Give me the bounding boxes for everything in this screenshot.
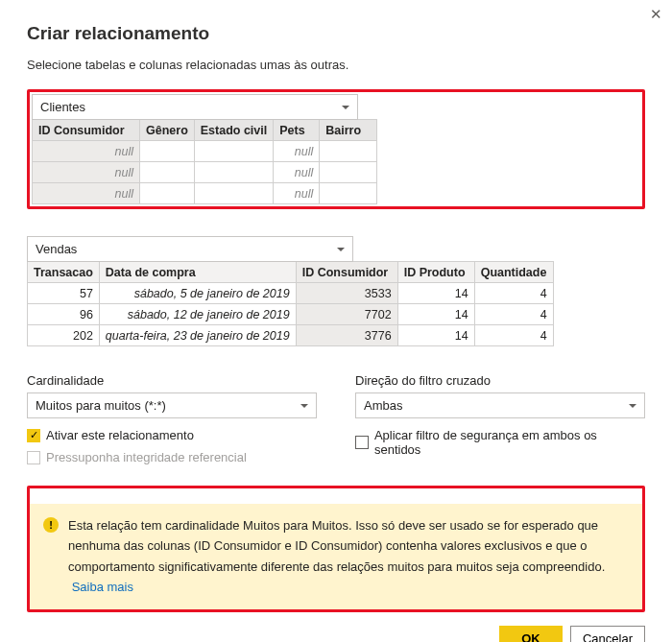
close-icon[interactable]: ✕ [650, 6, 662, 23]
table1-col-header[interactable]: ID Consumidor [33, 120, 140, 141]
table1-block: Clientes ID Consumidor Gênero Estado civ… [27, 89, 645, 209]
table1-col-header[interactable]: Estado civil [194, 120, 273, 141]
crossfilter-label: Direção do filtro cruzado [355, 373, 645, 388]
activate-relationship-check[interactable]: ✓ Ativar este relacionamento [27, 428, 317, 442]
table1-name: Clientes [40, 100, 85, 114]
options-row: Cardinalidade Muitos para muitos (*:*) D… [27, 373, 645, 418]
table-row: 96 sábado, 12 de janeiro de 2019 7702 14… [28, 304, 554, 325]
table-row: null null [33, 183, 377, 204]
table-row: 57 sábado, 5 de janeiro de 2019 3533 14 … [28, 283, 554, 304]
checkbox-row: ✓ Ativar este relacionamento Pressuponha… [27, 428, 645, 472]
checkbox-icon: ✓ [27, 429, 40, 442]
cancel-button[interactable]: Cancelar [570, 626, 645, 642]
warning-text: Esta relação tem cardinalidade Muitos pa… [68, 518, 605, 574]
checkbox-icon [27, 451, 40, 464]
table1-preview: ID Consumidor Gênero Estado civil Pets B… [32, 119, 377, 204]
dialog-footer: OK Cancelar [27, 626, 645, 642]
warning-highlight: ! Esta relação tem cardinalidade Muitos … [27, 486, 645, 612]
ok-button[interactable]: OK [499, 626, 563, 642]
learn-more-link[interactable]: Saiba mais [72, 580, 133, 594]
cardinality-select[interactable]: Muitos para muitos (*:*) [27, 392, 317, 418]
create-relationship-dialog: Criar relacionamento Selecione tabelas e… [0, 0, 672, 642]
cardinality-label: Cardinalidade [27, 373, 317, 388]
table1-select[interactable]: Clientes [32, 94, 358, 120]
table-row: 202 quarta-feira, 23 de janeiro de 2019 … [28, 325, 554, 346]
table1-col-header[interactable]: Gênero [140, 120, 195, 141]
table1-col-header[interactable]: Pets [274, 120, 320, 141]
table-row: null null [33, 141, 377, 162]
referential-integrity-check: Pressuponha integridade referencial [27, 450, 317, 464]
dialog-subtitle: Selecione tabelas e colunas relacionadas… [27, 58, 645, 72]
table2-select[interactable]: Vendas [27, 236, 353, 262]
table2-col-header[interactable]: Quantidade [474, 262, 553, 283]
table1-col-header[interactable]: Bairro [320, 120, 377, 141]
table2-col-header[interactable]: ID Consumidor [296, 262, 397, 283]
security-filter-check[interactable]: Aplicar filtro de segurança em ambos os … [355, 428, 645, 457]
table2-col-header[interactable]: Transacao [28, 262, 100, 283]
table2-col-header[interactable]: Data de compra [99, 262, 296, 283]
table2-block: Vendas Transacao Data de compra ID Consu… [27, 236, 645, 346]
warning-box: ! Esta relação tem cardinalidade Muitos … [30, 504, 642, 609]
crossfilter-select[interactable]: Ambas [355, 392, 645, 418]
table2-col-header[interactable]: ID Produto [397, 262, 474, 283]
dialog-title: Criar relacionamento [27, 23, 645, 44]
table2-name: Vendas [36, 242, 77, 256]
checkbox-icon [355, 436, 369, 449]
warning-icon: ! [43, 517, 59, 533]
warning-text-wrap: Esta relação tem cardinalidade Muitos pa… [68, 515, 629, 598]
table-row: null null [33, 162, 377, 183]
table2-preview: Transacao Data de compra ID Consumidor I… [27, 261, 554, 346]
